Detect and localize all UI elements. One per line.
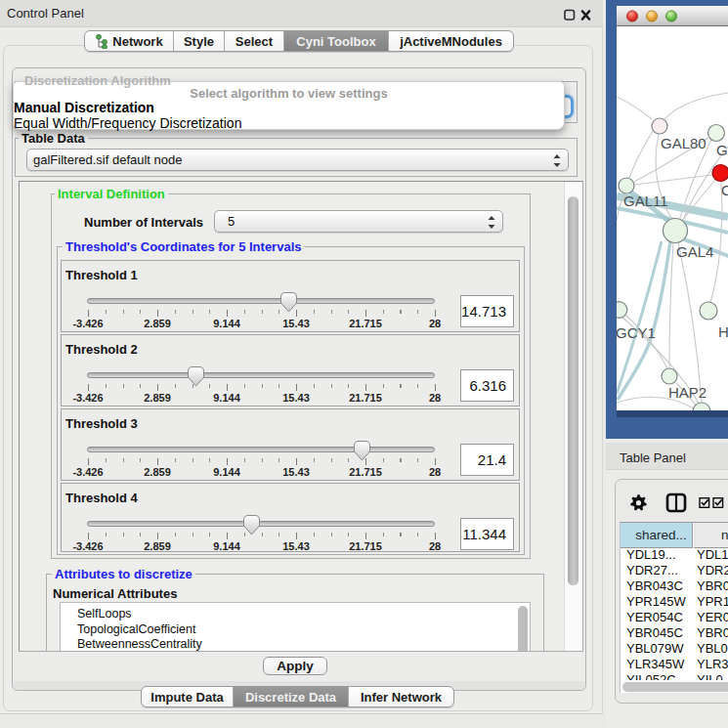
svg-text:H: H: [718, 323, 728, 340]
svg-text:GAL80: GAL80: [661, 135, 707, 151]
svg-text:C: C: [721, 182, 728, 198]
svg-text:GAL4: GAL4: [676, 243, 713, 260]
svg-text:GCY1: GCY1: [617, 324, 656, 341]
svg-text:HAP2: HAP2: [668, 384, 707, 401]
svg-text:GA: GA: [716, 142, 728, 158]
svg-text:GAL11: GAL11: [623, 193, 668, 209]
